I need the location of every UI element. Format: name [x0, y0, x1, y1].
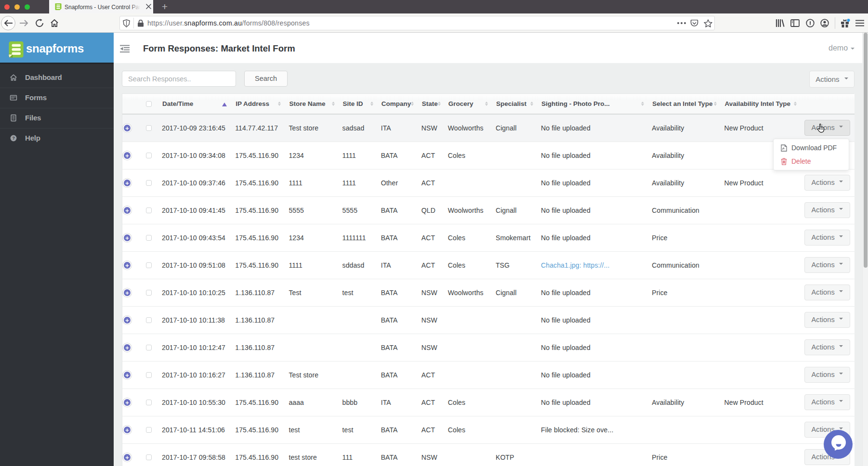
svg-text:?: ? [12, 136, 14, 141]
